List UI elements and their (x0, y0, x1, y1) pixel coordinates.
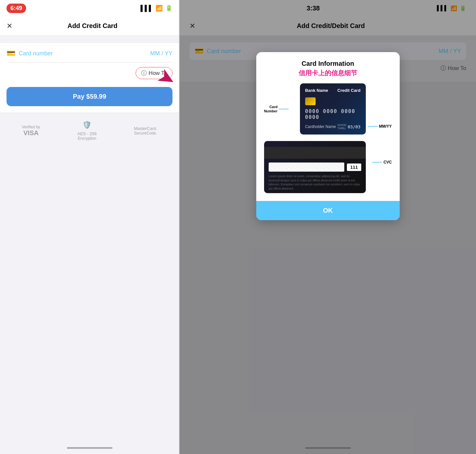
card-expiry-container: GOODTHRU 03/03 (337, 123, 361, 130)
mc-label: MasterCard. (134, 126, 157, 131)
card-holder-label: Cardholder Name (305, 124, 336, 129)
left-panel: 6:49 ▌▌▌ 📶 🔋 ✕ Add Credit Card 💳 Card nu… (0, 0, 179, 454)
mastercard-badge: MasterCard. SecureCode. (134, 126, 157, 135)
left-how-to-button[interactable]: ⓘ How To (136, 67, 172, 79)
info-icon: ⓘ (141, 69, 147, 77)
mmyy-annotation: MM/YY (368, 124, 392, 129)
aes-sub: Encryption (77, 136, 97, 141)
left-expiry-input[interactable]: MM / YY (150, 50, 173, 57)
battery-icon: 🔋 (165, 5, 172, 12)
cvc-box: 111 (347, 163, 361, 171)
left-nav-title: Add Credit Card (12, 22, 172, 30)
left-close-button[interactable]: ✕ (7, 22, 12, 30)
signal-icon: ▌▌▌ (141, 5, 153, 12)
shield-icon: 🛡️ (82, 121, 91, 129)
card-back-container: 111 Lorem ipsum dolor sit amet, consecte… (264, 141, 392, 193)
card-chip (305, 97, 316, 105)
modal-ok-button[interactable]: OK (256, 201, 400, 220)
cvc-annotation-text: CVC (383, 160, 392, 164)
modal-subtitle: 信用卡上的信息细节 (264, 69, 392, 78)
mc-sub: SecureCode. (134, 131, 157, 135)
modal-title: Card Information (264, 60, 392, 67)
aes-badge: 🛡️ AES - 256 Encryption (77, 121, 97, 141)
left-card-input-row: 💳 Card number MM / YY (7, 49, 172, 63)
card-type: Credit Card (337, 88, 361, 93)
how-to-label: How To (149, 70, 167, 77)
modal-overlay: Card Information 信用卡上的信息细节 CardNumber Ba… (180, 0, 476, 454)
left-nav-bar: ✕ Add Credit Card (0, 16, 179, 36)
security-badges: Verified by VISA 🛡️ AES - 256 Encryption… (0, 113, 179, 144)
visa-badge: Verified by VISA (22, 125, 40, 137)
card-number-line (279, 109, 289, 109)
card-back-sig-area: 111 (264, 163, 366, 172)
card-number-annotation: CardNumber (264, 105, 289, 113)
card-expiry-display: 03/03 (348, 124, 360, 129)
visa-brand: VISA (23, 129, 39, 137)
card-back-signature (269, 163, 345, 172)
card-front-container: CardNumber Bank Name Credit Card 0000 00… (264, 83, 392, 135)
card-top-row: Bank Name Credit Card (305, 88, 361, 93)
left-card-icon: 💳 (7, 49, 15, 58)
mmyy-annotation-text: MM/YY (379, 124, 392, 129)
card-back-illustration: 111 Lorem ipsum dolor sit amet, consecte… (264, 141, 366, 193)
left-home-indicator (67, 447, 112, 449)
mmyy-line (368, 126, 378, 127)
right-panel: 3:38 ▌▌▌ 📶 🔋 ✕ Add Credit/Debit Card 💳 C… (180, 0, 476, 454)
modal-body: Card Information 信用卡上的信息细节 CardNumber Ba… (256, 52, 400, 201)
card-number-display: 0000 0000 0000 0000 (305, 108, 361, 120)
card-number-annotation-text: CardNumber (264, 105, 278, 113)
left-status-icons: ▌▌▌ 📶 🔋 (141, 5, 172, 12)
cvc-line (372, 162, 382, 163)
card-info-modal: Card Information 信用卡上的信息细节 CardNumber Ba… (256, 52, 400, 220)
card-bank-name: Bank Name (305, 88, 328, 93)
left-card-number-input[interactable]: Card number (19, 50, 150, 57)
aes-label: AES - 256 (77, 131, 97, 136)
card-front-illustration: Bank Name Credit Card 0000 0000 0000 000… (300, 83, 366, 135)
left-card-form: 💳 Card number MM / YY ⓘ How To Pay $59.9… (0, 42, 179, 113)
card-back-text: Lorem ipsum dolor sit amet, consectetur … (264, 172, 366, 193)
left-status-bar: 6:49 ▌▌▌ 📶 🔋 (0, 0, 179, 16)
wifi-icon: 📶 (156, 5, 163, 12)
left-time: 6:49 (7, 4, 26, 13)
card-back-stripe (264, 147, 366, 159)
pay-button[interactable]: Pay $59.99 (7, 87, 172, 106)
card-bottom-row: Cardholder Name GOODTHRU 03/03 (305, 123, 361, 130)
cvc-annotation: CVC (372, 160, 392, 164)
visa-verified-label: Verified by (22, 125, 40, 129)
